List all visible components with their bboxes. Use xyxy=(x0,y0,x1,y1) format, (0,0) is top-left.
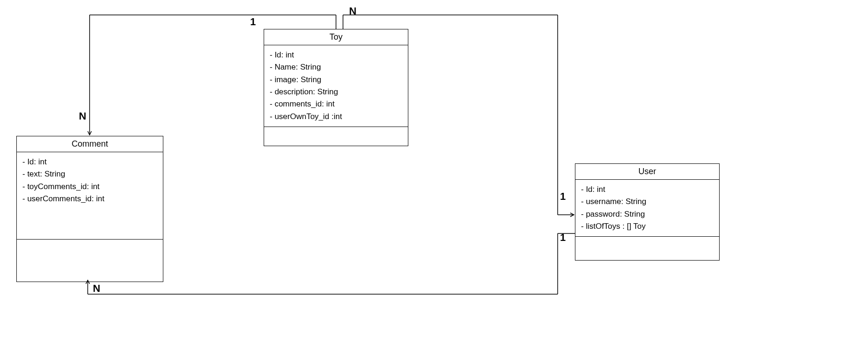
class-toy-attrs: - Id: int - Name: String - image: String… xyxy=(264,45,408,127)
class-toy-methods xyxy=(264,127,408,146)
attr-row: - userOwnToy_id :int xyxy=(270,111,402,123)
attr-row: - comments_id: int xyxy=(270,98,402,110)
attr-row: - toyComments_id: int xyxy=(22,181,157,193)
attr-row: - image: String xyxy=(270,74,402,86)
cardinality-user-bottom-1: 1 xyxy=(560,232,566,244)
attr-row: - text: String xyxy=(22,168,157,180)
cardinality-toy-right-n: N xyxy=(349,5,357,17)
class-user-attrs: - Id: int - username: String - password:… xyxy=(575,180,719,237)
class-toy: Toy - Id: int - Name: String - image: St… xyxy=(264,29,408,146)
class-user-methods xyxy=(575,237,719,260)
cardinality-comment-top-n: N xyxy=(79,110,86,122)
cardinality-user-top-1: 1 xyxy=(560,191,566,203)
class-toy-title: Toy xyxy=(264,29,408,45)
class-user: User - Id: int - username: String - pass… xyxy=(575,163,720,261)
attr-row: - listOfToys : [] Toy xyxy=(581,220,714,233)
cardinality-toy-left-1: 1 xyxy=(250,16,256,28)
class-comment: Comment - Id: int - text: String - toyCo… xyxy=(16,136,163,282)
cardinality-comment-bottom-n: N xyxy=(93,282,100,295)
class-comment-methods xyxy=(17,240,163,282)
attr-row: - description: String xyxy=(270,86,402,98)
class-user-title: User xyxy=(575,164,719,180)
attr-row: - Id: int xyxy=(581,184,714,196)
attr-row: - password: String xyxy=(581,208,714,220)
attr-row: - Id: int xyxy=(270,49,402,61)
attr-row: - username: String xyxy=(581,196,714,208)
class-comment-title: Comment xyxy=(17,136,163,152)
attr-row: - Id: int xyxy=(22,156,157,168)
class-comment-attrs: - Id: int - text: String - toyComments_i… xyxy=(17,152,163,240)
attr-row: - userComments_id: int xyxy=(22,193,157,205)
attr-row: - Name: String xyxy=(270,61,402,73)
